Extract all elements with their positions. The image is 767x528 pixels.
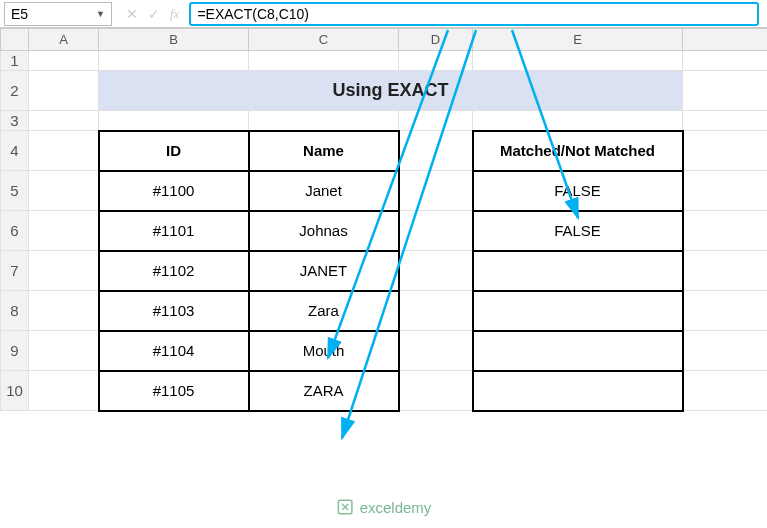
cell-name[interactable]: Johnas [249, 211, 399, 251]
col-header[interactable]: A [29, 29, 99, 51]
cell-id[interactable]: #1103 [99, 291, 249, 331]
col-header[interactable]: D [399, 29, 473, 51]
grid-row: 4 ID Name Matched/Not Matched [1, 131, 768, 171]
cell-name[interactable]: ZARA [249, 371, 399, 411]
cell-id[interactable]: #1100 [99, 171, 249, 211]
cell-matched[interactable]: FALSE [473, 211, 683, 251]
cell-name[interactable]: Mouth [249, 331, 399, 371]
row-header[interactable]: 5 [1, 171, 29, 211]
cell-id[interactable]: #1101 [99, 211, 249, 251]
grid-row: 1 [1, 51, 768, 71]
row-header[interactable]: 8 [1, 291, 29, 331]
table-row: 9 #1104 Mouth [1, 331, 768, 371]
row-header[interactable]: 3 [1, 111, 29, 131]
chevron-down-icon[interactable]: ▼ [96, 9, 105, 19]
cell-matched[interactable] [473, 331, 683, 371]
grid-row: 3 [1, 111, 768, 131]
fx-icon[interactable]: fx [170, 6, 179, 22]
watermark: exceldemy [336, 498, 432, 516]
table-row: 8 #1103 Zara [1, 291, 768, 331]
col-header[interactable]: C [249, 29, 399, 51]
header-id[interactable]: ID [99, 131, 249, 171]
select-all-corner[interactable] [1, 29, 29, 51]
cell-id[interactable]: #1104 [99, 331, 249, 371]
row-header[interactable]: 7 [1, 251, 29, 291]
row-header[interactable]: 6 [1, 211, 29, 251]
cell-name[interactable]: JANET [249, 251, 399, 291]
table-row: 6 #1101 Johnas FALSE [1, 211, 768, 251]
col-header[interactable]: B [99, 29, 249, 51]
cell-name[interactable]: Zara [249, 291, 399, 331]
grid-row: 2 Using EXACT [1, 71, 768, 111]
logo-icon [336, 498, 354, 516]
table-row: 5 #1100 Janet FALSE [1, 171, 768, 211]
row-header[interactable]: 2 [1, 71, 29, 111]
cell-matched[interactable] [473, 371, 683, 411]
row-header[interactable]: 9 [1, 331, 29, 371]
row-header[interactable]: 1 [1, 51, 29, 71]
col-header[interactable] [683, 29, 768, 51]
title-cell[interactable]: Using EXACT [99, 71, 683, 111]
watermark-text: exceldemy [360, 499, 432, 516]
cell-name[interactable]: Janet [249, 171, 399, 211]
formula-bar: E5 ▼ ✕ ✓ fx =EXACT(C8,C10) [0, 0, 767, 28]
cell-id[interactable]: #1102 [99, 251, 249, 291]
name-box[interactable]: E5 ▼ [4, 2, 112, 26]
table-row: 10 #1105 ZARA [1, 371, 768, 411]
name-box-value: E5 [11, 6, 28, 22]
header-matched[interactable]: Matched/Not Matched [473, 131, 683, 171]
header-name[interactable]: Name [249, 131, 399, 171]
col-header[interactable]: E [473, 29, 683, 51]
formula-text: =EXACT(C8,C10) [197, 6, 309, 22]
formula-bar-icons: ✕ ✓ fx [116, 6, 189, 22]
cell-matched[interactable] [473, 291, 683, 331]
cell-matched[interactable] [473, 251, 683, 291]
cancel-icon: ✕ [126, 6, 138, 22]
spreadsheet-grid: A B C D E 1 2 Using EXACT 3 4 ID Name Ma… [0, 28, 767, 412]
cell-id[interactable]: #1105 [99, 371, 249, 411]
row-header[interactable]: 10 [1, 371, 29, 411]
table-row: 7 #1102 JANET [1, 251, 768, 291]
check-icon: ✓ [148, 6, 160, 22]
row-header[interactable]: 4 [1, 131, 29, 171]
formula-input[interactable]: =EXACT(C8,C10) [189, 2, 759, 26]
cell-matched[interactable]: FALSE [473, 171, 683, 211]
grid-table[interactable]: A B C D E 1 2 Using EXACT 3 4 ID Name Ma… [0, 28, 767, 412]
column-header-row: A B C D E [1, 29, 768, 51]
